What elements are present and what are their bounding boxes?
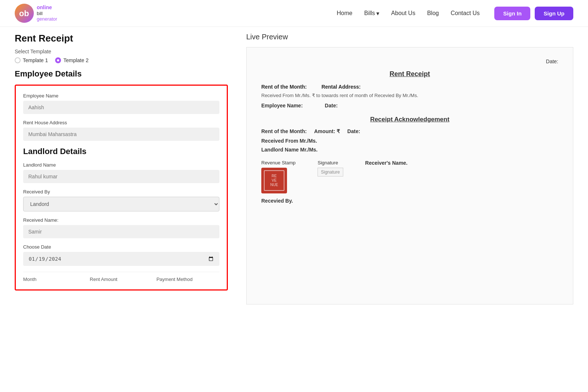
landlord-details-heading: Landlord Details <box>23 147 219 156</box>
nav-about[interactable]: About Us <box>391 10 415 17</box>
rent-address-label: Rent House Address <box>23 120 219 125</box>
employee-name-input[interactable] <box>23 101 219 114</box>
rent-amount-col-header: Rent Amount <box>90 277 153 282</box>
revenue-stamp-image: REVENUE <box>261 168 287 193</box>
right-panel: Live Preview Date: Rent Receipt Rent of … <box>235 27 588 310</box>
preview-ack-date: Date: <box>347 128 360 134</box>
template1-option[interactable]: Template 1 <box>15 57 48 63</box>
svg-text:ob: ob <box>19 9 29 18</box>
receiver-name-label: Receiver's Name. <box>365 160 408 166</box>
preview-employee-name-label: Employee Name: <box>261 103 303 108</box>
employee-details-heading: Employee Details <box>15 69 228 79</box>
nav-buttons: Sign In Sign Up <box>494 7 573 20</box>
template2-option[interactable]: Template 2 <box>55 57 88 63</box>
payment-method-col-header: Payment Method <box>157 277 219 282</box>
logo-line1: online <box>37 4 57 11</box>
signature-label: Signature <box>318 160 343 165</box>
revenue-stamp-label: Revenue Stamp <box>261 160 295 165</box>
preview-signature-row: Revenue Stamp REVENUE Recevied By. Signa… <box>261 160 558 204</box>
received-name-group: Received Name: <box>23 217 219 238</box>
logo-icon: ob <box>15 4 34 23</box>
landlord-name-group: Landlord Name <box>23 162 219 183</box>
month-col-header: Month <box>23 277 86 282</box>
preview-employee-row: Employee Name: Date: <box>261 103 558 108</box>
receiver-column: Receiver's Name. <box>365 160 408 166</box>
template-options: Template 1 Template 2 <box>15 57 228 63</box>
received-by-label: Received By <box>23 189 219 195</box>
preview-rental-address-label: Rental Address: <box>322 84 361 90</box>
employee-name-group: Employee Name <box>23 93 219 114</box>
preview-ack-rent-month: Rent of the Month: <box>261 128 307 134</box>
stamp-column: Revenue Stamp REVENUE Recevied By. <box>261 160 295 204</box>
choose-date-label: Choose Date <box>23 244 219 250</box>
received-name-input[interactable] <box>23 225 219 238</box>
nav-bills[interactable]: Bills ▾ <box>364 10 379 17</box>
preview-date-row: Date: <box>261 58 558 64</box>
date-group: Choose Date <box>23 244 219 266</box>
landlord-name-label: Landlord Name <box>23 162 219 168</box>
select-template-label: Select Template <box>15 49 228 54</box>
template1-radio[interactable] <box>15 57 21 63</box>
preview-date-label: Date: <box>546 58 558 64</box>
preview-ack-amount: Amount: ₹ <box>314 128 340 134</box>
main-container: Rent Receipt Select Template Template 1 … <box>0 27 588 310</box>
page-title: Rent Receipt <box>15 33 228 44</box>
nav-blog[interactable]: Blog <box>427 10 439 17</box>
landlord-name-input[interactable] <box>23 170 219 183</box>
template1-label: Template 1 <box>23 57 48 63</box>
received-by-select[interactable]: Landord Tenant <box>23 197 219 211</box>
nav-contact[interactable]: Contact Us <box>451 10 480 17</box>
logo-line3: generator <box>37 16 57 22</box>
bills-chevron-icon: ▾ <box>376 10 379 17</box>
nav-home[interactable]: Home <box>337 10 352 17</box>
logo-line2: bill <box>37 11 57 17</box>
preview-top-row: Rent of the Month: Rental Address: <box>261 84 558 90</box>
template2-radio[interactable] <box>55 57 61 63</box>
signup-button[interactable]: Sign Up <box>535 7 573 20</box>
preview-received-from: Received From Mr./Ms. <box>261 138 558 144</box>
nav-links: Home Bills ▾ About Us Blog Contact Us <box>337 10 480 17</box>
live-preview-title: Live Preview <box>246 33 573 41</box>
preview-rent-receipt-heading: Rent Receipt <box>261 70 558 78</box>
signature-column: Signature Signature <box>318 160 343 177</box>
preview-rent-month-label: Rent of the Month: <box>261 84 307 90</box>
left-panel: Rent Receipt Select Template Template 1 … <box>15 27 235 310</box>
logo: ob online bill generator <box>15 4 57 23</box>
received-by-group: Received By Landord Tenant <box>23 189 219 211</box>
preview-received-by-label: Recevied By. <box>261 198 295 204</box>
preview-box: Date: Rent Receipt Rent of the Month: Re… <box>246 47 573 304</box>
rent-address-group: Rent House Address <box>23 120 219 141</box>
employee-name-label: Employee Name <box>23 93 219 99</box>
form-section: Employee Name Rent House Address Landlor… <box>15 85 228 291</box>
received-name-label: Received Name: <box>23 217 219 223</box>
preview-ack-heading: Receipt Acknowledgement <box>261 116 558 123</box>
navbar: ob online bill generator Home Bills ▾ Ab… <box>0 0 588 27</box>
date-input[interactable] <box>23 252 219 266</box>
table-header: Month Rent Amount Payment Method <box>23 272 219 282</box>
preview-date2-label: Date: <box>325 103 338 108</box>
signin-button[interactable]: Sign In <box>494 7 530 20</box>
preview-ack-details-row: Rent of the Month: Amount: ₹ Date: <box>261 128 558 134</box>
preview-received-text: Received From Mr./Ms. ₹ to towards rent … <box>261 93 558 98</box>
template2-label: Template 2 <box>63 57 88 63</box>
preview-landlord-name: Landlord Name Mr./Ms. <box>261 147 558 153</box>
signature-image: Signature <box>318 168 343 177</box>
rent-address-input[interactable] <box>23 128 219 141</box>
logo-text: online bill generator <box>37 4 57 22</box>
